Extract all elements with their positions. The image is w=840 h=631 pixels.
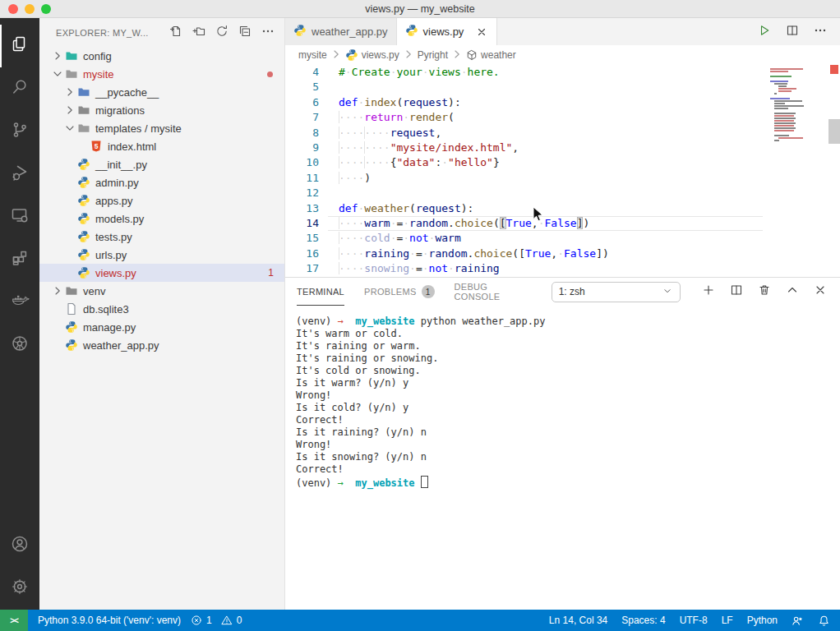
chevron-down-icon[interactable] — [51, 67, 64, 81]
breadcrumb-item-views-py[interactable]: views.py — [345, 48, 399, 62]
minimize-window-button[interactable] — [25, 4, 35, 14]
new-terminal-button[interactable] — [700, 283, 717, 300]
problems-status[interactable]: 10 — [191, 615, 242, 626]
activity-item-kubernetes[interactable] — [0, 324, 39, 366]
code-line-12[interactable]: 12 — [285, 186, 840, 200]
indentation-status[interactable]: Spaces: 4 — [621, 615, 665, 626]
code-line-16[interactable]: 16····raining·=·random.choice([True,·Fal… — [285, 246, 840, 261]
breadcrumb-item-weather[interactable]: weather — [466, 49, 516, 61]
tree-item-manage-py[interactable]: manage.py — [39, 318, 284, 336]
tree-item-label: db.sqlite3 — [83, 303, 129, 316]
activity-item-docker[interactable] — [0, 281, 39, 324]
breadcrumb-item-mysite[interactable]: mysite — [298, 49, 327, 61]
code-line-6[interactable]: 6def·index(request): — [285, 95, 840, 110]
tree-item-admin-py[interactable]: admin.py — [39, 173, 284, 191]
tree-item-index-html[interactable]: 5index.html — [39, 137, 284, 155]
close-window-button[interactable] — [8, 4, 18, 14]
error-count: 1 — [206, 615, 212, 626]
more-actions-button[interactable] — [260, 25, 276, 41]
code-line-15[interactable]: 15····cold·=·not·warm — [285, 231, 840, 246]
panel-tab-debug-console[interactable]: DEBUG CONSOLE — [455, 279, 532, 306]
maximize-panel-button[interactable] — [784, 283, 801, 300]
tab-views-py[interactable]: views.py — [397, 18, 498, 45]
tree-item-venv[interactable]: venv — [39, 282, 284, 300]
chevron-right-icon[interactable] — [63, 104, 76, 117]
tab-weather-app-py[interactable]: weather_app.py — [285, 18, 397, 45]
minimap[interactable] — [770, 68, 828, 142]
split-editor-button[interactable] — [784, 24, 801, 40]
tree-item-label: models.py — [95, 213, 144, 225]
tree-item-migrations[interactable]: migrations — [39, 101, 284, 119]
tree-item-label: tests.py — [95, 231, 132, 243]
collapse-all-button[interactable] — [237, 25, 253, 41]
python-interpreter-status[interactable]: Python 3.9.0 64-bit ('venv': venv) — [38, 615, 181, 626]
zoom-window-button[interactable] — [41, 4, 51, 14]
code-line-17[interactable]: 17····snowing·=·not·raining — [285, 261, 840, 276]
minimap-line — [774, 130, 794, 131]
activity-item-explorer[interactable] — [0, 25, 39, 67]
activity-item-search[interactable] — [0, 67, 39, 110]
kill-terminal-button[interactable] — [756, 283, 773, 300]
terminal-shell-select[interactable]: 1: zsh — [552, 282, 681, 302]
code-line-13[interactable]: 13def·weather(request): — [285, 201, 840, 216]
tree-item-tests-py[interactable]: tests.py — [39, 228, 284, 246]
close-panel-button[interactable] — [812, 283, 828, 300]
editor-scrollbar-thumb[interactable] — [828, 119, 840, 144]
tree-item-models-py[interactable]: models.py — [39, 210, 284, 228]
run-button[interactable] — [756, 24, 773, 40]
tree-item-weather-app-py[interactable]: weather_app.py — [39, 336, 284, 354]
tree-item-db-sqlite3[interactable]: db.sqlite3 — [39, 300, 284, 318]
split-terminal-button[interactable] — [728, 283, 745, 300]
panel-tab-label: TERMINAL — [297, 287, 344, 297]
terminal-text: → — [338, 477, 344, 489]
chevron-down-icon[interactable] — [63, 122, 76, 135]
language-mode-status[interactable]: Python — [747, 615, 778, 626]
refresh-button[interactable] — [214, 25, 230, 41]
activity-item-source-control[interactable] — [0, 110, 39, 153]
code-line-5[interactable]: 5 — [285, 80, 840, 94]
whitespace-dot: · — [422, 247, 429, 260]
tree-item-mysite[interactable]: mysite — [39, 65, 284, 83]
code-token: False — [564, 247, 596, 260]
code-line-14[interactable]: 14····warm·=·random.choice([True,·False]… — [285, 216, 840, 231]
code-line-content — [319, 81, 339, 93]
new-file-button[interactable] — [168, 25, 184, 41]
chevron-right-icon[interactable] — [63, 85, 76, 99]
panel-tab-problems[interactable]: PROBLEMS1 — [364, 279, 435, 306]
code-line-11[interactable]: 11····) — [285, 171, 840, 186]
cursor-position-status[interactable]: Ln 14, Col 34 — [549, 615, 607, 626]
encoding-status[interactable]: UTF-8 — [680, 615, 708, 626]
tree-item-config[interactable]: config — [39, 47, 284, 65]
activity-item-remote-explorer[interactable] — [0, 196, 39, 238]
breadcrumb-item-pyright[interactable]: Pyright — [418, 49, 448, 61]
code-editor[interactable]: 4#·Create·your·views·here.56def·index(re… — [285, 65, 840, 277]
code-line-10[interactable]: 10········{"data":·"hello"} — [285, 155, 840, 170]
close-tab-icon[interactable] — [475, 25, 488, 39]
code-line-7[interactable]: 7····return·render( — [285, 110, 840, 125]
code-line-8[interactable]: 8········request, — [285, 126, 840, 140]
minimap-line — [774, 122, 796, 124]
tree-item-apps-py[interactable]: apps.py — [39, 191, 284, 210]
tree-item--pycache-[interactable]: __pycache__ — [39, 83, 284, 101]
more-actions-button[interactable] — [812, 24, 828, 40]
tree-item-urls-py[interactable]: urls.py — [39, 246, 284, 264]
code-line-4[interactable]: 4#·Create·your·views·here. — [285, 65, 840, 80]
activity-item-run-debug[interactable] — [0, 153, 39, 196]
activity-item-settings[interactable] — [0, 567, 39, 610]
tree-item-views-py[interactable]: views.py1 — [39, 264, 284, 282]
new-folder-button[interactable] — [191, 25, 207, 41]
tree-item--init-py[interactable]: __init__.py — [39, 155, 284, 173]
code-line-9[interactable]: 9········"mysite/index.html", — [285, 140, 840, 155]
chevron-right-icon[interactable] — [51, 284, 64, 297]
remote-indicator[interactable]: >< — [0, 610, 28, 631]
tree-item-templates-mysite[interactable]: templates / mysite — [39, 119, 284, 137]
notifications-bell-button[interactable] — [818, 615, 830, 627]
activity-item-accounts[interactable] — [0, 524, 39, 567]
activity-item-extensions[interactable] — [0, 238, 39, 281]
eol-status[interactable]: LF — [722, 615, 733, 626]
whitespace-dot: · — [403, 111, 409, 123]
terminal-output[interactable]: (venv) → my_website python weather_app.p… — [285, 306, 840, 490]
panel-tab-terminal[interactable]: TERMINAL — [297, 279, 344, 306]
feedback-button[interactable] — [792, 615, 804, 627]
chevron-right-icon[interactable] — [51, 49, 64, 62]
